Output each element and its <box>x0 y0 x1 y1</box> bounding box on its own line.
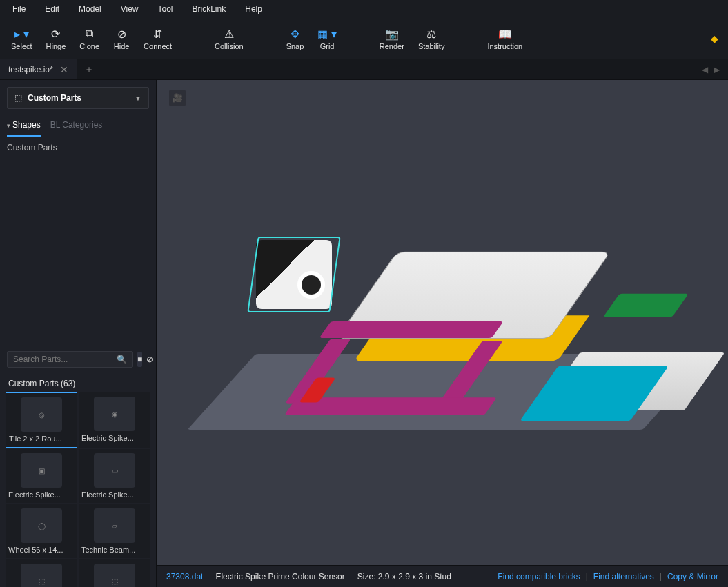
tab-prev-icon[interactable]: ◀ <box>702 65 708 74</box>
tab-add-button[interactable]: ＋ <box>77 59 101 79</box>
connect-icon: ⇵ <box>153 26 162 41</box>
nodeco-icon: ⊘ <box>146 355 153 364</box>
link-compatible[interactable]: Find compatible bricks <box>498 572 580 581</box>
part-label: Technic Beam... <box>81 546 148 554</box>
part-label: Wheel 56 x 14... <box>8 546 75 554</box>
search-field[interactable] <box>13 355 117 364</box>
menu-view[interactable]: View <box>111 1 148 17</box>
sidebar-tab-bl-categories[interactable]: BL Categories <box>50 116 103 137</box>
square-icon: ■ <box>137 355 142 364</box>
status-size: Size: 2.9 x 2.9 x 3 in Stud <box>357 572 451 581</box>
parts-grid: ◎ Tile 2 x 2 Rou... ◉ Electric Spike... … <box>0 392 156 587</box>
tool-hide[interactable]: ⊘ Hide <box>106 23 137 53</box>
tabs-nav: ◀ ▶ <box>693 59 728 79</box>
sidebar-tabs: ▾Shapes BL Categories <box>0 116 156 137</box>
tool-snap[interactable]: ✥ Snap <box>279 23 311 53</box>
status-description: Electric Spike Prime Colour Sensor <box>215 572 344 581</box>
frame-top <box>319 321 504 338</box>
part-card[interactable]: ⬚ Technic Beam... <box>79 559 150 587</box>
snap-icon: ✥ <box>291 26 299 41</box>
part-thumb: ▭ <box>94 453 135 488</box>
part-thumb: ⬚ <box>21 564 62 587</box>
part-thumb: ◎ <box>21 397 62 432</box>
tool-clone[interactable]: ⧉ Clone <box>72 23 106 53</box>
hinge-icon: ⟳ <box>51 26 60 41</box>
tool-instruction[interactable]: 📖 Instruction <box>480 23 529 53</box>
toolbar: ▸ ▾ Select ⟳ Hinge ⧉ Clone ⊘ Hide ⇵ Conn… <box>0 18 728 59</box>
view-decorated-toggle[interactable]: ⊘ <box>146 352 153 367</box>
instruction-icon: 📖 <box>498 26 512 41</box>
tool-collision[interactable]: ⚠ Collision <box>208 23 250 53</box>
sidebar-section-custom[interactable]: Custom Parts <box>0 137 156 158</box>
menu-edit[interactable]: Edit <box>35 1 69 17</box>
viewport-3d[interactable]: 🎥 <box>157 80 728 565</box>
palette-icon: ⬚ <box>14 93 22 103</box>
part-card[interactable]: ▣ Electric Spike... <box>6 449 77 503</box>
tool-grid[interactable]: ▦ ▾ Grid <box>311 23 343 53</box>
document-tabs: testspike.io* ✕ ＋ ◀ ▶ <box>0 59 728 80</box>
view-color-toggle[interactable]: ■ <box>137 352 142 367</box>
part-label: Electric Spike... <box>81 434 148 442</box>
caret-down-icon: ▾ <box>7 122 10 129</box>
menu-model[interactable]: Model <box>69 1 111 17</box>
search-icon[interactable]: 🔍 <box>117 355 127 364</box>
lego-scene <box>187 150 698 495</box>
menu-file[interactable]: File <box>3 1 35 17</box>
part-label: Tile 2 x 2 Rou... <box>9 435 74 443</box>
link-copy-mirror[interactable]: Copy & Mirror <box>667 572 718 581</box>
sidebar: ⬚ Custom Parts ▼ ▾Shapes BL Categories C… <box>0 80 157 587</box>
part-card[interactable]: ▱ Technic Beam... <box>79 504 150 558</box>
render-icon: 📷 <box>385 26 399 41</box>
sidebar-tab-shapes[interactable]: ▾Shapes <box>7 116 41 137</box>
menu-bricklink[interactable]: BrickLink <box>183 1 236 17</box>
tool-render[interactable]: 📷 Render <box>373 23 411 53</box>
search-row: 🔍 ■ ⊘ ▦ <box>0 347 156 372</box>
chevron-down-icon: ▼ <box>135 94 141 102</box>
green-brick <box>603 293 689 317</box>
statusbar: 37308.dat Electric Spike Prime Colour Se… <box>157 565 728 587</box>
part-card[interactable]: ◉ Electric Spike... <box>79 392 150 448</box>
clone-icon: ⧉ <box>86 26 93 41</box>
part-card[interactable]: ◎ Tile 2 x 2 Rou... <box>6 392 77 448</box>
selection-outline <box>247 237 340 312</box>
collision-icon: ⚠ <box>224 26 234 41</box>
parts-header: Custom Parts (63) <box>0 372 156 392</box>
grid-icon: ▦ ▾ <box>317 26 336 41</box>
menubar: File Edit Model View Tool BrickLink Help <box>0 0 728 18</box>
tab-label: testspike.io* <box>8 65 53 74</box>
stability-icon: ⚖ <box>426 26 436 41</box>
tool-hinge[interactable]: ⟳ Hinge <box>39 23 73 53</box>
part-thumb: ▱ <box>94 508 135 543</box>
separator: | <box>660 572 662 581</box>
tab-testspike[interactable]: testspike.io* ✕ <box>0 59 77 79</box>
part-thumb: ◯ <box>21 508 62 543</box>
tool-select[interactable]: ▸ ▾ Select <box>4 23 39 53</box>
canvas-wrap: 🎥 37308.dat E <box>157 80 728 587</box>
menu-tool[interactable]: Tool <box>148 1 183 17</box>
main: ⬚ Custom Parts ▼ ▾Shapes BL Categories C… <box>0 80 728 587</box>
part-card[interactable]: ⬚ Technic Beam... <box>6 559 77 587</box>
palette-label: Custom Parts <box>28 93 81 103</box>
link-alternatives[interactable]: Find alternatives <box>593 572 654 581</box>
camera-icon: 🎥 <box>173 93 183 103</box>
tool-stability[interactable]: ⚖ Stability <box>411 23 452 53</box>
palette-dropdown[interactable]: ⬚ Custom Parts ▼ <box>7 87 149 109</box>
part-card[interactable]: ◯ Wheel 56 x 14... <box>6 504 77 558</box>
part-label: Electric Spike... <box>81 490 148 499</box>
camera-button[interactable]: 🎥 <box>169 90 186 106</box>
separator: | <box>586 572 588 581</box>
close-icon[interactable]: ✕ <box>60 64 68 75</box>
menu-help[interactable]: Help <box>235 1 272 17</box>
hide-icon: ⊘ <box>117 26 126 41</box>
part-label: Electric Spike... <box>8 490 75 499</box>
tab-next-icon[interactable]: ▶ <box>714 65 720 74</box>
bricklink-logo-icon[interactable]: ◆ <box>711 33 724 44</box>
part-thumb: ⬚ <box>94 564 135 587</box>
cursor-icon: ▸ ▾ <box>14 26 28 41</box>
part-card[interactable]: ▭ Electric Spike... <box>79 449 150 503</box>
tool-connect[interactable]: ⇵ Connect <box>137 23 179 53</box>
search-input[interactable]: 🔍 <box>7 351 133 368</box>
status-filename[interactable]: 37308.dat <box>166 572 203 581</box>
part-thumb: ▣ <box>21 453 62 488</box>
part-thumb: ◉ <box>94 397 135 431</box>
